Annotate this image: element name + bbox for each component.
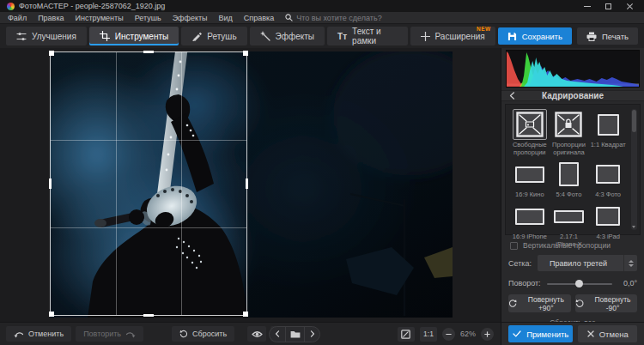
file-navigation	[269, 326, 320, 342]
crop-handle[interactable]	[243, 312, 248, 317]
crop-handle[interactable]	[243, 51, 248, 56]
apply-button[interactable]: Применить	[508, 325, 573, 342]
menu-tools[interactable]: Инструменты	[76, 14, 124, 22]
square-ratio-icon	[598, 114, 619, 136]
close-icon[interactable]	[626, 3, 634, 10]
slider-thumb[interactable]	[575, 280, 583, 288]
crop-selection[interactable]	[50, 51, 247, 316]
folder-icon[interactable]	[285, 327, 304, 342]
app-window: ФотоМАСТЕР - people-2587062_1920.jpg Фай…	[0, 0, 644, 345]
title-bar: ФотоМАСТЕР - people-2587062_1920.jpg	[0, 0, 644, 12]
crop-handle[interactable]	[49, 312, 54, 317]
tile-4-3-photo[interactable]: 4:3 Фото	[588, 159, 628, 198]
crop-icon	[100, 31, 110, 41]
next-photo-icon[interactable]	[304, 327, 319, 342]
cancel-button[interactable]: Отмена	[578, 325, 637, 342]
menu-file[interactable]: Файл	[8, 14, 27, 22]
menu-help[interactable]: Справка	[244, 14, 274, 22]
crop-handle[interactable]	[49, 179, 52, 189]
crop-grid-line	[116, 52, 117, 315]
rotate-ccw-button[interactable]: Повернуть -90°	[575, 294, 638, 312]
tab-enhancements[interactable]: Улучшения	[6, 27, 87, 45]
panel-title: Кадрирование	[501, 91, 644, 100]
tab-effects[interactable]: Эффекты	[250, 27, 325, 45]
close-x-icon	[587, 330, 594, 337]
save-button[interactable]: Сохранить	[498, 27, 572, 45]
tab-bar: Улучшения Инструменты Ретушь Эффекты Tт …	[0, 24, 644, 48]
crop-grid-line	[51, 140, 246, 141]
new-badge: NEW	[477, 26, 491, 32]
aspect-ratio-list: Свободные пропорции Пропорции оригинала …	[505, 104, 641, 235]
minus-icon	[446, 331, 452, 337]
fit-to-screen-button[interactable]	[398, 327, 415, 342]
search-placeholder: Что вы хотите сделать?	[296, 14, 382, 22]
maximize-icon[interactable]	[605, 3, 611, 9]
grid-label: Сетка:	[508, 259, 532, 268]
tile-free-proportions[interactable]: Свободные пропорции	[510, 109, 550, 156]
app-logo-icon	[7, 3, 15, 10]
redo-arrow-icon	[125, 330, 136, 338]
printer-icon	[586, 32, 597, 41]
rotate-cw-button[interactable]: Повернуть +90°	[508, 294, 571, 312]
crop-handle[interactable]	[143, 51, 154, 53]
zoom-100-button[interactable]: 1:1	[420, 327, 437, 342]
scrollbar-down-arrow-icon[interactable]	[632, 226, 635, 228]
grid-type-select[interactable]: Правило третей	[538, 255, 637, 271]
landscape-ratio-icon	[596, 165, 620, 184]
tab-retouch[interactable]: Ретушь	[181, 27, 246, 45]
right-panel: Кадрирование Свободные пропорции Пропорц…	[501, 48, 644, 322]
crop-handle[interactable]	[143, 314, 154, 317]
grid-type-value: Правило третей	[538, 259, 623, 268]
tab-text-frames[interactable]: Tт Текст и рамки	[327, 27, 407, 45]
tile-original-proportions[interactable]: Пропорции оригинала	[550, 109, 589, 156]
wide-ratio-icon	[515, 209, 544, 225]
plus-icon	[421, 32, 430, 41]
menu-effects[interactable]: Эффекты	[173, 14, 208, 22]
zoom-out-button[interactable]	[442, 328, 455, 341]
portrait-ratio-icon	[559, 162, 579, 186]
search-box[interactable]: Что вы хотите сделать?	[285, 14, 382, 22]
tile-5-4-photo[interactable]: 5:4 Фото	[550, 159, 589, 198]
tile-16-9-cinema[interactable]: 16:9 Кино	[510, 159, 550, 198]
sliders-icon	[16, 32, 27, 41]
eye-icon	[252, 330, 263, 338]
menu-bar: Файл Правка Инструменты Ретушь Эффекты В…	[0, 12, 644, 24]
photo-canvas	[0, 48, 501, 322]
plus-icon	[484, 331, 490, 337]
undo-button[interactable]: Отменить	[6, 326, 71, 342]
tile-1-1-square[interactable]: 1:1 Квадрат	[588, 109, 628, 156]
print-button[interactable]: Печать	[577, 27, 638, 45]
tab-tools[interactable]: Инструменты	[89, 27, 179, 45]
rotate-label: Поворот:	[508, 279, 541, 288]
crop-handle[interactable]	[246, 179, 248, 189]
menu-edit[interactable]: Правка	[38, 14, 64, 22]
menu-retouch[interactable]: Ретушь	[135, 14, 161, 22]
reset-arrow-icon	[179, 330, 188, 338]
crop-handle[interactable]	[49, 51, 54, 56]
tile-4-3-ipad[interactable]: 4:3 iPad	[588, 201, 628, 248]
check-icon	[513, 330, 521, 337]
search-icon	[285, 14, 293, 21]
tile-iphone-x[interactable]: 2.17:1 iPhone X	[550, 201, 589, 248]
wide-ratio-icon	[515, 166, 544, 183]
reset-button[interactable]: Сбросить	[172, 326, 234, 342]
minimize-icon[interactable]	[584, 6, 591, 7]
preview-original-button[interactable]	[247, 326, 266, 342]
zoom-in-button[interactable]	[481, 328, 494, 341]
histogram	[506, 50, 640, 88]
pencil-icon	[191, 31, 202, 41]
redo-button[interactable]: Повторить	[76, 326, 143, 342]
select-spinner-icon[interactable]	[623, 255, 637, 271]
tile-16-9-iphone[interactable]: 16:9 iPhone	[510, 201, 550, 248]
scrollbar-thumb[interactable]	[632, 110, 636, 132]
menu-view[interactable]: Вид	[219, 14, 233, 22]
window-title: ФотоМАСТЕР - people-2587062_1920.jpg	[19, 2, 165, 10]
crop-grid-line	[51, 227, 246, 228]
tiles-scrollbar[interactable]	[631, 109, 637, 230]
panel-header: Кадрирование	[501, 90, 644, 101]
tab-extensions[interactable]: NEW Расширения	[410, 27, 495, 45]
back-chevron-icon[interactable]	[509, 92, 515, 100]
text-icon: Tт	[337, 32, 347, 41]
prev-photo-icon[interactable]	[270, 327, 285, 342]
rotate-slider[interactable]	[547, 280, 612, 288]
